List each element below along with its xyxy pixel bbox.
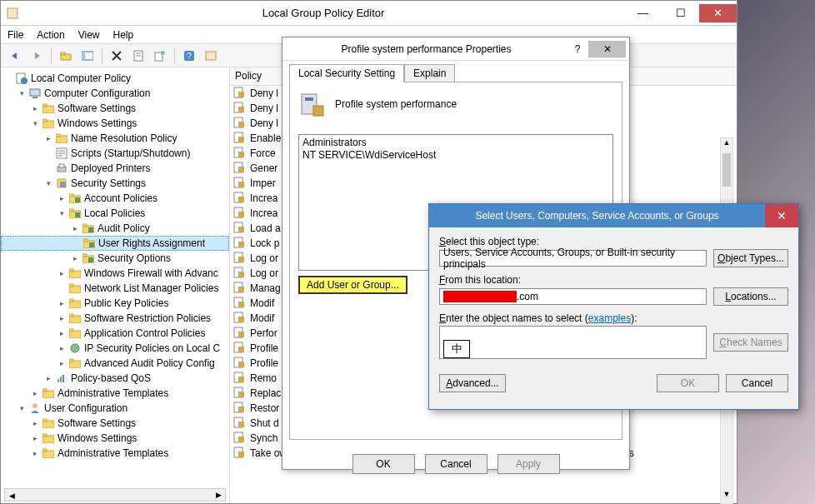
locations-button[interactable]: Locations... bbox=[713, 287, 788, 306]
security-icon bbox=[55, 177, 68, 190]
add-user-or-group-button[interactable]: Add User or Group... bbox=[298, 276, 408, 294]
tab-explain[interactable]: Explain bbox=[404, 64, 455, 82]
expand-icon[interactable]: ▸ bbox=[31, 434, 40, 443]
minimize-button[interactable]: — bbox=[624, 4, 662, 22]
tree-item[interactable]: ▾Windows Settings bbox=[1, 116, 229, 131]
expand-icon[interactable]: ▾ bbox=[18, 89, 27, 98]
back-button[interactable] bbox=[6, 47, 24, 65]
ok-button[interactable]: OK bbox=[352, 454, 415, 474]
expand-icon[interactable]: ▸ bbox=[58, 269, 67, 278]
expand-icon[interactable] bbox=[44, 164, 53, 173]
close-button[interactable]: ✕ bbox=[765, 204, 798, 227]
expand-icon[interactable]: ▾ bbox=[18, 404, 27, 413]
member-item[interactable]: Administrators bbox=[302, 137, 609, 149]
expand-icon[interactable] bbox=[44, 149, 53, 158]
examples-link[interactable]: examples bbox=[588, 312, 631, 324]
delete-button[interactable] bbox=[108, 47, 126, 65]
tree-item[interactable]: Deployed Printers bbox=[1, 161, 229, 176]
tree-item[interactable]: ▸Software Restriction Policies bbox=[1, 311, 229, 326]
scroll-right-icon[interactable]: ▶ bbox=[212, 489, 225, 501]
cancel-button[interactable]: Cancel bbox=[425, 454, 488, 474]
tree-item[interactable]: ▾User Configuration bbox=[1, 401, 229, 416]
properties-title: Profile system performance Properties bbox=[286, 43, 567, 55]
member-item[interactable]: NT SERVICE\WdiServiceHost bbox=[302, 149, 609, 162]
expand-icon[interactable] bbox=[72, 239, 81, 248]
scroll-up-icon[interactable]: ▲ bbox=[721, 138, 732, 152]
apply-button[interactable]: Apply bbox=[498, 454, 560, 474]
ok-button[interactable]: OK bbox=[657, 374, 719, 392]
check-names-button[interactable]: Check Names bbox=[713, 333, 788, 352]
menu-view[interactable]: View bbox=[78, 29, 100, 41]
expand-icon[interactable]: ▸ bbox=[44, 134, 53, 143]
expand-icon[interactable]: ▸ bbox=[58, 359, 67, 368]
menu-file[interactable]: File bbox=[8, 29, 23, 41]
tree-item[interactable]: ▸Audit Policy bbox=[1, 221, 229, 236]
svg-rect-26 bbox=[60, 182, 66, 187]
show-hide-button[interactable] bbox=[78, 47, 97, 65]
tab-local-security-setting[interactable]: Local Security Setting bbox=[289, 64, 404, 82]
tree-item[interactable]: ▸Administrative Templates bbox=[1, 446, 229, 461]
object-names-input[interactable]: 中 bbox=[439, 326, 707, 359]
tree-item[interactable]: ▸Name Resolution Policy bbox=[1, 131, 229, 146]
export-button[interactable] bbox=[151, 47, 169, 65]
scroll-down-icon[interactable]: ▼ bbox=[721, 490, 732, 503]
tree-item-label: Windows Settings bbox=[58, 117, 137, 129]
expand-icon[interactable]: ▸ bbox=[58, 299, 67, 308]
expand-icon[interactable] bbox=[4, 74, 13, 83]
expand-icon[interactable]: ▾ bbox=[31, 119, 40, 128]
advanced-button[interactable]: Advanced... bbox=[439, 374, 506, 392]
expand-icon[interactable]: ▸ bbox=[31, 104, 40, 113]
tree-item[interactable]: ▸Windows Firewall with Advanc bbox=[1, 266, 229, 281]
tree-item[interactable]: Local Computer Policy bbox=[1, 71, 229, 86]
tree-item[interactable]: ▸Policy-based QoS bbox=[1, 371, 229, 386]
tree-item[interactable]: ▸Windows Settings bbox=[1, 431, 229, 446]
tree-item[interactable]: User Rights Assignment bbox=[1, 236, 229, 251]
tree-item[interactable]: ▸Administrative Templates bbox=[1, 386, 229, 401]
expand-icon[interactable]: ▸ bbox=[58, 344, 67, 353]
expand-icon[interactable]: ▸ bbox=[71, 224, 80, 233]
tree-item-label: Windows Settings bbox=[58, 432, 137, 444]
expand-icon[interactable] bbox=[58, 284, 67, 293]
filter-button[interactable] bbox=[202, 47, 220, 65]
tree-item[interactable]: ▸Software Settings bbox=[1, 101, 229, 116]
object-types-button[interactable]: Object Types... bbox=[713, 249, 788, 267]
tree-item[interactable]: ▸Software Settings bbox=[1, 416, 229, 431]
tree-item[interactable]: ▾Computer Configuration bbox=[1, 86, 229, 101]
menu-help[interactable]: Help bbox=[113, 29, 134, 41]
tree-item[interactable]: ▾Local Policies bbox=[1, 206, 229, 221]
expand-icon[interactable]: ▾ bbox=[58, 209, 67, 218]
properties-button[interactable] bbox=[129, 47, 148, 65]
cancel-button[interactable]: Cancel bbox=[726, 374, 788, 392]
tree-item[interactable]: Scripts (Startup/Shutdown) bbox=[1, 146, 229, 161]
expand-icon[interactable]: ▸ bbox=[58, 314, 67, 323]
up-button[interactable] bbox=[57, 47, 75, 65]
help-button[interactable]: ? bbox=[180, 47, 198, 65]
tree-item[interactable]: ▸Public Key Policies bbox=[1, 296, 229, 311]
expand-icon[interactable]: ▸ bbox=[31, 389, 40, 398]
tree-item[interactable]: ▾Security Settings bbox=[1, 176, 229, 191]
forward-button[interactable] bbox=[28, 47, 46, 65]
maximize-button[interactable]: ☐ bbox=[662, 4, 699, 22]
expand-icon[interactable]: ▸ bbox=[31, 419, 40, 428]
help-button[interactable]: ? bbox=[567, 43, 588, 55]
tree-item[interactable]: ▸Security Options bbox=[1, 251, 229, 266]
policy-icon bbox=[233, 357, 247, 370]
tree-item[interactable]: ▸IP Security Policies on Local C bbox=[1, 341, 229, 356]
close-button[interactable]: ✕ bbox=[588, 41, 626, 57]
expand-icon[interactable]: ▸ bbox=[58, 194, 67, 203]
tree-item[interactable]: ▸Advanced Audit Policy Config bbox=[1, 356, 229, 371]
tree-item[interactable]: ▸Application Control Policies bbox=[1, 326, 229, 341]
expand-icon[interactable]: ▾ bbox=[44, 179, 53, 188]
expand-icon[interactable]: ▸ bbox=[44, 374, 53, 383]
tree-item[interactable]: ▸Account Policies bbox=[1, 191, 229, 206]
expand-icon[interactable]: ▸ bbox=[58, 329, 67, 338]
tree-item[interactable]: Network List Manager Policies bbox=[1, 281, 229, 296]
scroll-left-icon[interactable]: ◀ bbox=[5, 490, 18, 502]
tree-panel[interactable]: Local Computer Policy▾Computer Configura… bbox=[1, 67, 230, 503]
horizontal-scrollbar[interactable]: ◀ ▶ bbox=[4, 488, 226, 502]
expand-icon[interactable]: ▸ bbox=[71, 254, 80, 263]
close-button[interactable]: ✕ bbox=[699, 4, 737, 22]
menu-action[interactable]: Action bbox=[37, 29, 64, 41]
expand-icon[interactable]: ▸ bbox=[31, 449, 40, 458]
scroll-thumb[interactable] bbox=[722, 153, 731, 187]
